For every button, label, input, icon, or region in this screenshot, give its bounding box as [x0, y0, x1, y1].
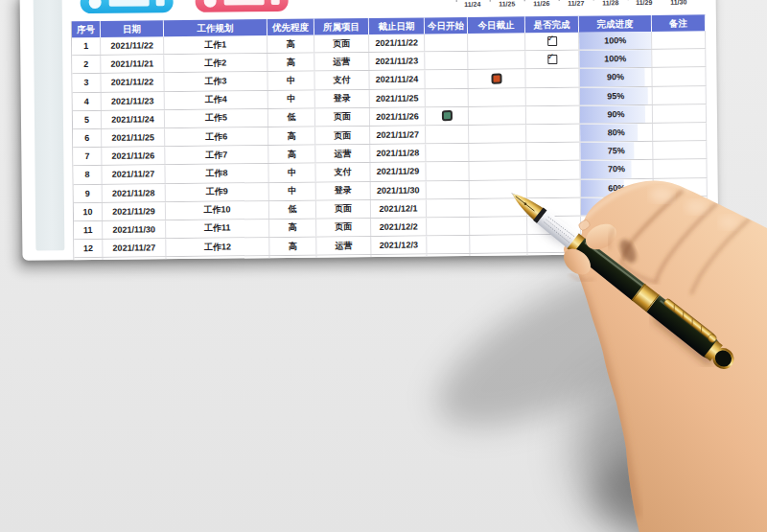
cell-note[interactable] — [654, 215, 708, 233]
cell-deadline[interactable]: 2021/12/1 — [371, 199, 427, 218]
cell-no[interactable]: 10 — [74, 203, 103, 221]
cell-done[interactable] — [527, 197, 581, 216]
cell-done[interactable]: ✓ — [525, 51, 579, 69]
cell-no[interactable]: 8 — [73, 166, 102, 184]
cell-done[interactable] — [527, 217, 581, 235]
cell-project[interactable]: 支付 — [315, 163, 370, 181]
cell-deadline[interactable]: 2021/11/27 — [370, 126, 426, 144]
cell-note[interactable] — [652, 31, 706, 49]
cell-due[interactable] — [470, 180, 527, 198]
cell-date[interactable]: 2021/11/22 — [101, 36, 164, 55]
cell-date[interactable]: 2021/11/22 — [101, 74, 164, 92]
due-today-marker[interactable] — [491, 74, 501, 84]
cell-priority[interactable]: 中 — [268, 164, 315, 182]
cell-start[interactable] — [427, 180, 470, 198]
cell-no[interactable]: 6 — [73, 129, 102, 148]
cell-due[interactable] — [468, 33, 525, 51]
cell-no[interactable]: 12 — [74, 240, 103, 258]
cell-deadline[interactable]: 2021/11/24 — [369, 71, 425, 89]
cell-progress[interactable]: 75% — [580, 142, 653, 160]
cell-date[interactable]: 2021/11/24 — [102, 110, 165, 128]
cell-priority[interactable]: 高 — [269, 219, 316, 237]
cell-note[interactable] — [653, 104, 707, 123]
cell-date[interactable]: 2021/11/29 — [103, 202, 166, 220]
cell-task[interactable]: 工作13 — [166, 256, 269, 260]
cell-no[interactable]: 9 — [74, 184, 103, 202]
cell-note[interactable] — [654, 178, 708, 197]
toolbar-button-blue[interactable] — [81, 0, 174, 13]
cell-project[interactable]: 运营 — [314, 53, 369, 71]
cell-note[interactable] — [653, 123, 707, 141]
cell-deadline[interactable]: 2021/12/4 — [371, 255, 427, 261]
cell-note[interactable] — [654, 197, 708, 215]
start-today-marker[interactable] — [441, 110, 452, 121]
cell-priority[interactable]: 中 — [269, 182, 316, 200]
cell-note[interactable] — [653, 160, 707, 178]
cell-progress[interactable] — [581, 234, 654, 252]
cell-deadline[interactable]: 2021/11/23 — [369, 53, 425, 71]
cell-date[interactable]: 2021/11/30 — [103, 220, 166, 239]
cell-project[interactable]: 支付 — [316, 255, 371, 261]
cell-priority[interactable]: 中 — [268, 90, 315, 108]
cell-due[interactable] — [468, 51, 525, 69]
cell-no[interactable]: 5 — [73, 111, 102, 129]
cell-progress[interactable]: 90% — [580, 105, 653, 124]
cell-start[interactable] — [425, 34, 468, 52]
cell-priority[interactable]: 低 — [269, 200, 316, 219]
cell-progress[interactable] — [581, 216, 654, 234]
cell-project[interactable]: 页面 — [315, 108, 370, 127]
cell-priority[interactable]: 中 — [269, 256, 316, 261]
cell-priority[interactable]: 中 — [267, 72, 314, 90]
cell-start[interactable] — [426, 162, 469, 180]
cell-date[interactable]: 2021/11/21 — [101, 55, 164, 73]
cell-task[interactable]: 工作5 — [165, 109, 268, 127]
cell-project[interactable]: 运营 — [315, 145, 370, 163]
cell-progress[interactable]: 70% — [580, 160, 653, 178]
cell-task[interactable]: 工作7 — [165, 146, 268, 164]
cell-done[interactable] — [525, 69, 579, 87]
cell-due[interactable] — [470, 235, 527, 253]
cell-start[interactable] — [426, 126, 469, 144]
cell-deadline[interactable]: 2021/11/30 — [371, 181, 427, 199]
cell-progress[interactable]: 60% — [581, 178, 654, 197]
cell-progress[interactable]: 80% — [580, 124, 653, 142]
cell-project[interactable]: 页面 — [316, 219, 371, 237]
cell-progress[interactable]: 50% — [581, 197, 654, 216]
cell-start[interactable] — [426, 144, 469, 162]
cell-note[interactable] — [652, 50, 706, 68]
cell-note[interactable] — [654, 233, 708, 251]
done-checkbox[interactable]: ✓ — [547, 55, 557, 64]
cell-task[interactable]: 工作2 — [164, 54, 267, 72]
cell-done[interactable] — [527, 253, 581, 261]
cell-task[interactable]: 工作4 — [165, 91, 268, 109]
cell-date[interactable]: 2021/11/27 — [103, 239, 166, 257]
cell-task[interactable]: 工作3 — [164, 72, 267, 90]
cell-task[interactable]: 工作1 — [164, 35, 267, 54]
cell-project[interactable]: 运营 — [316, 237, 371, 255]
cell-start[interactable] — [427, 218, 470, 236]
cell-start[interactable] — [427, 236, 470, 254]
cell-date[interactable]: 2021/11/28 — [103, 257, 166, 260]
cell-done[interactable] — [526, 161, 580, 179]
cell-done[interactable] — [526, 87, 580, 105]
cell-done[interactable] — [526, 125, 580, 143]
cell-no[interactable]: 4 — [73, 92, 102, 110]
cell-no[interactable]: 1 — [72, 37, 101, 56]
cell-start[interactable] — [426, 88, 469, 106]
cell-due[interactable] — [469, 125, 526, 143]
cell-project[interactable]: 登录 — [315, 90, 370, 108]
cell-progress[interactable] — [581, 252, 654, 261]
cell-due[interactable] — [469, 162, 526, 180]
cell-due[interactable] — [469, 106, 526, 125]
cell-priority[interactable]: 高 — [267, 54, 314, 72]
cell-start[interactable] — [427, 199, 470, 218]
cell-project[interactable]: 登录 — [316, 181, 371, 199]
cell-date[interactable]: 2021/11/26 — [102, 147, 165, 165]
toolbar-button-red[interactable] — [196, 0, 289, 12]
cell-done[interactable] — [527, 179, 581, 197]
cell-priority[interactable]: 高 — [269, 238, 316, 256]
cell-start[interactable] — [426, 107, 469, 126]
cell-deadline[interactable]: 2021/11/25 — [370, 89, 426, 107]
cell-date[interactable]: 2021/11/28 — [103, 184, 166, 202]
cell-project[interactable]: 页面 — [316, 200, 371, 219]
